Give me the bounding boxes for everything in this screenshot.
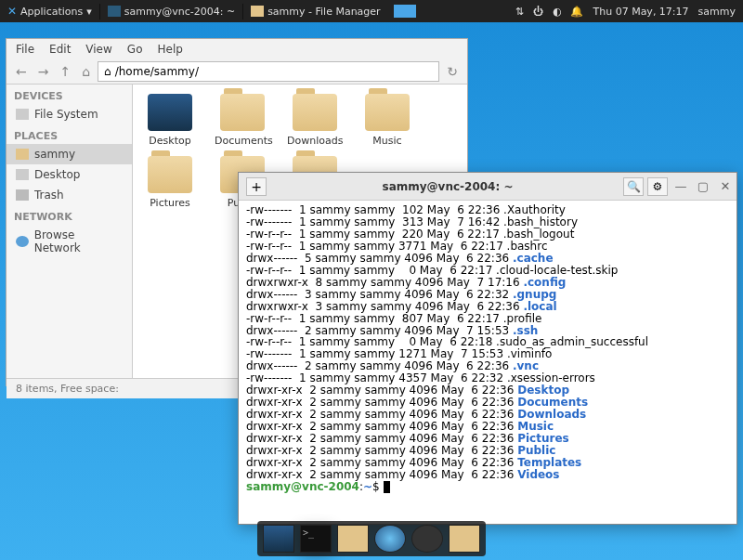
- task-label: sammy@vnc-2004: ~: [124, 6, 235, 18]
- folder-label: Music: [372, 135, 401, 147]
- menu-view[interactable]: View: [85, 43, 111, 56]
- minimize-button[interactable]: —: [672, 179, 689, 193]
- home-icon: [16, 149, 29, 160]
- dock-home[interactable]: [449, 525, 480, 553]
- dock-filemanager[interactable]: [337, 525, 369, 553]
- folder-music[interactable]: Music: [359, 94, 415, 147]
- toolbar: ← → ↑ ⌂ ⌂/home/sammy/ ↻: [7, 59, 467, 85]
- dock-show-desktop[interactable]: [263, 525, 294, 553]
- search-button[interactable]: 🔍: [623, 177, 644, 196]
- folder-icon: [251, 6, 264, 17]
- audio-icon[interactable]: ◐: [553, 6, 562, 18]
- power-icon[interactable]: ⏻: [533, 6, 543, 18]
- sidebar: DEVICES File System PLACES sammy Desktop…: [7, 85, 133, 378]
- ls-row: drwxrwxr-x 3 sammy sammy 4096 May 6 22:3…: [246, 301, 729, 313]
- dock-browser[interactable]: [374, 525, 406, 553]
- home-button[interactable]: ⌂: [78, 62, 94, 81]
- top-panel: ✕Applications▾ sammy@vnc-2004: ~ sammy -…: [0, 0, 743, 22]
- folder-icon: [220, 94, 265, 131]
- user-menu[interactable]: sammy: [698, 6, 736, 18]
- back-button[interactable]: ←: [12, 62, 31, 81]
- ls-row: -rw------- 1 sammy sammy 102 May 6 22:36…: [246, 204, 729, 216]
- ls-row: -rw-r--r-- 1 sammy sammy 3771 May 6 22:1…: [246, 241, 729, 253]
- desktop-folder-icon: [148, 94, 192, 131]
- taskbar-terminal[interactable]: sammy@vnc-2004: ~: [99, 4, 242, 20]
- dock-search[interactable]: [411, 525, 443, 553]
- folder-documents[interactable]: Documents: [215, 94, 270, 147]
- sidebar-browse-network[interactable]: Browse Network: [7, 225, 132, 258]
- new-tab-button[interactable]: +: [246, 177, 267, 196]
- desktop-icon: [16, 169, 29, 180]
- sidebar-desktop[interactable]: Desktop: [7, 164, 132, 185]
- sidebar-home[interactable]: sammy: [7, 144, 132, 164]
- menu-edit[interactable]: Edit: [49, 43, 71, 56]
- home-icon: ⌂: [104, 65, 111, 78]
- window-title: sammy@vnc-2004: ~: [274, 180, 621, 193]
- folder-label: Downloads: [287, 135, 343, 147]
- folder-label: Desktop: [149, 135, 190, 147]
- folder-pictures[interactable]: Pictures: [142, 156, 198, 209]
- menu-file[interactable]: File: [16, 43, 34, 56]
- clock[interactable]: Thu 07 May, 17:17: [593, 6, 688, 18]
- xfce-logo-icon: ✕: [7, 5, 17, 18]
- folder-label: Pictures: [150, 197, 190, 209]
- sidebar-item-label: Browse Network: [34, 228, 123, 254]
- ls-row: drwxrwxr-x 8 sammy sammy 4096 May 7 17:1…: [246, 277, 729, 289]
- ls-row: -rw------- 1 sammy sammy 313 May 7 16:42…: [246, 216, 729, 228]
- terminal-window: + sammy@vnc-2004: ~ 🔍 ⚙ — ▢ ✕ -rw-------…: [238, 172, 737, 525]
- applications-menu[interactable]: ✕Applications▾: [0, 5, 99, 18]
- folder-label: Documents: [215, 135, 273, 147]
- menu-help[interactable]: Help: [157, 43, 182, 56]
- sidebar-item-label: sammy: [34, 148, 75, 161]
- menu-button[interactable]: ⚙: [647, 177, 668, 196]
- trash-icon: [16, 189, 29, 201]
- taskbar-filemanager[interactable]: sammy - File Manager: [242, 4, 388, 20]
- system-tray: ⇅ ⏻ ◐ 🔔 Thu 07 May, 17:17 sammy: [508, 6, 743, 18]
- network-icon: [16, 236, 29, 247]
- folder-downloads[interactable]: Downloads: [287, 94, 343, 147]
- dock: >_: [257, 521, 486, 556]
- sidebar-trash[interactable]: Trash: [7, 185, 132, 205]
- places-header: PLACES: [7, 124, 132, 144]
- menu-go[interactable]: Go: [127, 43, 143, 56]
- location-text: /home/sammy/: [115, 65, 199, 78]
- ls-row: -rw-r--r-- 1 sammy sammy 0 May 6 22:17 .…: [246, 265, 729, 277]
- sidebar-filesystem[interactable]: File System: [7, 104, 132, 124]
- terminal-content[interactable]: -rw------- 1 sammy sammy 102 May 6 22:36…: [239, 201, 736, 524]
- folder-icon: [148, 156, 192, 193]
- sidebar-item-label: Trash: [34, 189, 64, 202]
- folder-icon: [365, 94, 410, 131]
- sidebar-item-label: File System: [34, 108, 98, 121]
- sidebar-item-label: Desktop: [34, 168, 81, 181]
- close-button[interactable]: ✕: [717, 179, 734, 193]
- terminal-icon: [108, 6, 121, 17]
- network-header: NETWORK: [7, 205, 132, 225]
- ls-row: drwx------ 5 sammy sammy 4096 May 6 22:3…: [246, 253, 729, 265]
- folder-icon: [293, 94, 337, 131]
- workspace-switcher[interactable]: [394, 5, 416, 18]
- up-button[interactable]: ↑: [56, 62, 74, 81]
- chevron-down-icon: ▾: [86, 6, 92, 18]
- refresh-button[interactable]: ↻: [443, 62, 462, 81]
- notification-icon[interactable]: 🔔: [570, 6, 583, 18]
- location-bar[interactable]: ⌂/home/sammy/: [98, 61, 439, 82]
- devices-header: DEVICES: [7, 85, 132, 104]
- menubar: File Edit View Go Help: [7, 39, 467, 59]
- network-icon[interactable]: ⇅: [515, 6, 524, 18]
- applications-label: Applications: [20, 6, 83, 18]
- prompt-line: sammy@vnc-2004:~$: [246, 481, 729, 493]
- ls-row: drwx------ 3 sammy sammy 4096 May 6 22:3…: [246, 289, 729, 301]
- maximize-button[interactable]: ▢: [695, 179, 711, 193]
- ls-row: -rw-r--r-- 1 sammy sammy 807 May 6 22:17…: [246, 313, 729, 325]
- task-label: sammy - File Manager: [267, 6, 381, 18]
- cursor: [384, 481, 390, 493]
- titlebar[interactable]: + sammy@vnc-2004: ~ 🔍 ⚙ — ▢ ✕: [239, 173, 736, 201]
- drive-icon: [16, 109, 29, 120]
- forward-button[interactable]: →: [34, 62, 53, 81]
- ls-row: -rw-r--r-- 1 sammy sammy 220 May 6 22:17…: [246, 228, 729, 241]
- folder-desktop[interactable]: Desktop: [142, 94, 198, 147]
- dock-terminal[interactable]: >_: [300, 525, 332, 553]
